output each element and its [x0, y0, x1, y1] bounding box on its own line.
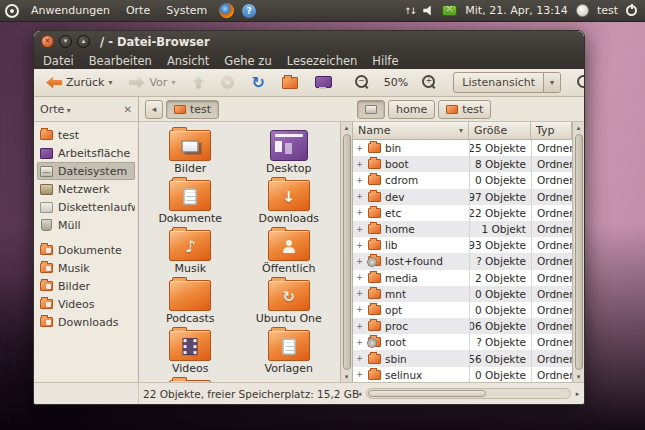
sidebar-item-bilder[interactable]: Bilder [37, 277, 135, 295]
forward-button[interactable]: Vor [124, 73, 180, 92]
table-row-etc[interactable]: etc222 ObjekteOrdner [353, 205, 572, 221]
scrollbar-thumb[interactable] [343, 134, 351, 370]
expander-icon[interactable] [355, 370, 364, 379]
list-view-pane[interactable]: Name Größe Typ bin125 ObjekteOrdner boot… [353, 122, 584, 382]
titlebar[interactable]: / - Datei-Browser [34, 31, 584, 52]
menu-datei[interactable]: Datei [43, 54, 74, 68]
network-indicator-icon[interactable] [404, 6, 415, 16]
icon-ubuntu-one[interactable]: Ubuntu One [240, 276, 339, 326]
scroll-down-icon[interactable] [573, 371, 584, 382]
table-row-proc[interactable]: proc206 ObjekteOrdner [353, 318, 572, 334]
sidebar-item-test[interactable]: test [37, 126, 135, 144]
table-row-lib[interactable]: lib193 ObjekteOrdner [353, 237, 572, 253]
breadcrumb-test[interactable]: test [438, 100, 491, 119]
sidebar-item-dokumente[interactable]: Dokumente [37, 241, 135, 259]
breadcrumb-scroll-left-icon[interactable] [145, 100, 163, 119]
table-row-boot[interactable]: boot8 ObjekteOrdner [353, 156, 572, 172]
expander-icon[interactable] [355, 176, 364, 185]
expander-icon[interactable] [355, 208, 364, 217]
table-row-home[interactable]: home1 ObjektOrdner [353, 221, 572, 237]
sidebar-item-netzwerk[interactable]: Netzwerk [37, 180, 135, 198]
scrollbar-track[interactable] [366, 388, 571, 399]
expander-icon[interactable] [355, 257, 364, 266]
column-header-name[interactable]: Name [353, 122, 469, 139]
reload-button[interactable] [246, 72, 269, 94]
sidebar-item-musik[interactable]: Musik [37, 259, 135, 277]
table-row-selinux[interactable]: selinux0 ObjekteOrdner [353, 367, 572, 382]
scroll-up-icon[interactable] [341, 122, 352, 133]
icon-downloads[interactable]: Downloads [240, 176, 339, 226]
ubuntu-logo-icon[interactable] [5, 4, 19, 18]
zoom-in-button[interactable] [417, 72, 442, 93]
firefox-icon[interactable] [219, 3, 234, 18]
icon-videos[interactable]: Videos [141, 326, 240, 376]
icon-oeffentlich[interactable]: Öffentlich [240, 226, 339, 276]
menu-bearbeiten[interactable]: Bearbeiten [89, 54, 152, 68]
icon-partial-folder[interactable] [141, 376, 240, 382]
table-row-media[interactable]: media2 ObjekteOrdner [353, 270, 572, 286]
expander-icon[interactable] [355, 192, 364, 201]
icon-vorlagen[interactable]: Vorlagen [240, 326, 339, 376]
sidebar-item-downloads[interactable]: Downloads [37, 313, 135, 331]
scroll-right-icon[interactable] [573, 390, 582, 398]
scroll-left-icon[interactable] [355, 390, 364, 398]
scrollbar-thumb[interactable] [368, 390, 486, 397]
help-icon[interactable] [242, 4, 256, 18]
user-avatar-icon[interactable] [576, 4, 589, 17]
table-row-mnt[interactable]: mnt0 ObjekteOrdner [353, 286, 572, 302]
menu-system[interactable]: System [162, 2, 211, 19]
power-icon[interactable] [626, 5, 637, 16]
sidebar-item-diskettenlaufwerk[interactable]: Diskettenlaufw… [37, 198, 135, 216]
icon-podcasts[interactable]: Podcasts [141, 276, 240, 326]
close-button[interactable] [41, 35, 54, 48]
list-pane-horizontal-scrollbar[interactable] [353, 383, 584, 404]
expander-icon[interactable] [355, 289, 364, 298]
maximize-button[interactable] [77, 35, 90, 48]
breadcrumb-filesystem-root[interactable] [357, 100, 385, 119]
table-row-root[interactable]: root? ObjekteOrdner [353, 334, 572, 350]
expander-icon[interactable] [355, 225, 364, 234]
menu-hilfe[interactable]: Hilfe [372, 54, 398, 68]
menu-gehe-zu[interactable]: Gehe zu [224, 54, 271, 68]
expander-icon[interactable] [355, 273, 364, 282]
scrollbar-thumb[interactable] [575, 134, 583, 370]
user-menu[interactable]: test [597, 4, 618, 17]
menu-anwendungen[interactable]: Anwendungen [27, 2, 114, 19]
minimize-button[interactable] [59, 35, 72, 48]
table-row-bin[interactable]: bin125 ObjekteOrdner [353, 140, 572, 156]
sidebar-item-videos[interactable]: Videos [37, 295, 135, 313]
up-button[interactable] [187, 74, 209, 92]
list-pane-scrollbar[interactable] [572, 122, 584, 382]
icon-view-pane[interactable]: Bilder Desktop Dokumente Downloads Musik… [139, 122, 353, 382]
icon-desktop[interactable]: Desktop [240, 126, 339, 176]
menu-orte[interactable]: Orte [122, 2, 154, 19]
back-button[interactable]: Zurück [41, 73, 117, 92]
messages-indicator-icon[interactable] [442, 5, 457, 16]
clock[interactable]: Mit, 21. Apr, 13:14 [465, 4, 568, 17]
expander-icon[interactable] [355, 322, 364, 331]
expander-icon[interactable] [355, 144, 364, 153]
menu-lesezeichen[interactable]: Lesezeichen [287, 54, 358, 68]
expander-icon[interactable] [355, 354, 364, 363]
expander-icon[interactable] [355, 305, 364, 314]
table-row-cdrom[interactable]: cdrom0 ObjekteOrdner [353, 172, 572, 188]
expander-icon[interactable] [355, 241, 364, 250]
zoom-out-button[interactable] [350, 72, 375, 93]
forward-history-caret[interactable] [171, 78, 175, 87]
icon-dokumente[interactable]: Dokumente [141, 176, 240, 226]
icon-musik[interactable]: Musik [141, 226, 240, 276]
breadcrumb-test[interactable]: test [166, 100, 219, 119]
places-dropdown[interactable]: Orte [40, 103, 71, 116]
view-mode-select[interactable]: Listenansicht [453, 72, 561, 93]
sidebar-close-icon[interactable] [124, 104, 132, 115]
icon-bilder[interactable]: Bilder [141, 126, 240, 176]
scroll-down-icon[interactable] [341, 371, 352, 382]
computer-button[interactable] [310, 73, 335, 92]
scroll-up-icon[interactable] [573, 122, 584, 133]
icon-pane-scrollbar[interactable] [340, 122, 352, 382]
sidebar-item-dateisystem[interactable]: Dateisystem [37, 162, 135, 180]
column-header-typ[interactable]: Typ [531, 122, 572, 139]
breadcrumb-home[interactable]: home [388, 100, 435, 119]
expander-icon[interactable] [355, 338, 364, 347]
sidebar-item-muell[interactable]: Müll [37, 216, 135, 234]
